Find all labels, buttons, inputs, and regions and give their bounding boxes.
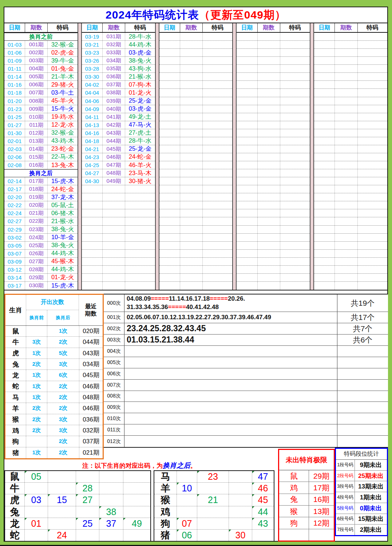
number-cell: 21: [197, 494, 229, 506]
empty-row: [314, 145, 387, 153]
empty-row: [314, 282, 387, 290]
draw-code: 10-羊-金: [47, 234, 77, 241]
number-cell: 25: [76, 518, 99, 529]
draw-period: [180, 209, 202, 217]
empty-number-cell: [99, 471, 123, 482]
empty-row: [159, 274, 233, 282]
frequency-row: 011次: [104, 424, 388, 436]
draw-date: [159, 81, 180, 88]
empty-row: [314, 105, 387, 113]
code-header: 特码: [47, 23, 77, 32]
missing-zodiac-periods: 17期: [309, 482, 334, 493]
zodiac-name: 兔: [5, 359, 26, 369]
draw-period: [334, 105, 357, 113]
draw-code: 19-鸡-水: [47, 113, 77, 121]
draw-code: 01-兔-金: [47, 65, 77, 72]
segment-label: 6段号码: [336, 514, 355, 525]
draw-date: [314, 145, 334, 153]
draw-period: 041期: [102, 113, 125, 121]
draw-date: [314, 274, 334, 281]
recent-period: 046期: [79, 403, 103, 414]
missing-zodiac-name: [279, 529, 309, 541]
draw-period: 032期: [102, 41, 125, 48]
draw-date: [314, 217, 334, 225]
draw-date: [314, 129, 334, 137]
page-title: 2024年特码统计表（更新至049期）: [4, 7, 387, 23]
draw-period: [257, 250, 280, 257]
empty-row: [237, 41, 310, 49]
empty-row: [314, 242, 387, 250]
frequency-label: 002次: [104, 323, 124, 334]
draw-date: [159, 258, 180, 265]
zodiac-col-header: 生肖: [5, 295, 26, 325]
draw-date: [159, 234, 180, 241]
number-cell: 06: [177, 530, 197, 541]
empty-row: [237, 73, 310, 81]
number-cell: 05: [24, 471, 48, 482]
date-header: 日期: [82, 23, 102, 32]
draw-code: 15-虎-木: [47, 177, 77, 185]
draw-date: [82, 266, 102, 273]
draw-period: [257, 73, 280, 80]
empty-row: [159, 258, 233, 266]
draw-date: 02-29: [4, 226, 25, 233]
draws-table: 日期期数特码换肖之前01-03001期32-猴-金01-06002期02-虎-金…: [4, 23, 387, 290]
frequency-row: 008次: [104, 391, 388, 402]
draw-date: [159, 185, 180, 193]
draw-date: [314, 209, 334, 217]
missing-zodiac-row: [279, 529, 334, 541]
frequency-row: 003次01.03.15.21.38.44共6个: [104, 335, 388, 346]
draw-code: [280, 81, 310, 88]
draw-period: [334, 177, 357, 185]
draw-date: 02-08: [4, 161, 25, 169]
draw-row: 03-23033期03-虎-金: [82, 49, 155, 57]
draw-period: [334, 129, 357, 137]
draw-row: 01-16006期29-猪-火: [4, 81, 78, 89]
draw-date: [237, 73, 257, 80]
draw-date: [314, 137, 334, 145]
empty-number-cell: [123, 471, 150, 482]
draw-code: [202, 121, 232, 129]
missing-zodiac-periods: 12期: [309, 517, 334, 529]
draw-row: 01-23009期15-牛-火: [4, 105, 78, 113]
empty-row: [237, 121, 310, 129]
draw-row: 04-13042期47-马-火: [82, 121, 155, 129]
draw-row: 02-03014期23-蛇-金: [4, 145, 78, 153]
empty-row: [314, 65, 387, 73]
zodiac-stats-row: 羊2次2次046期: [5, 403, 103, 414]
draw-period: [102, 193, 125, 201]
draw-period: 022期: [25, 217, 47, 225]
count-before: 3次: [26, 337, 47, 347]
zodiac-number-row: 鼠05: [5, 471, 150, 483]
draw-code: 01-龙-火: [47, 274, 77, 281]
count-header: 开出次数: [26, 295, 79, 310]
segment-value: 9期未出: [355, 460, 387, 470]
code-header: 特码: [357, 23, 387, 32]
draw-date: [159, 105, 180, 113]
draw-date: [314, 258, 334, 265]
draw-date: [314, 73, 334, 80]
draw-period: 043期: [102, 129, 125, 137]
number-cell: 01: [24, 518, 48, 529]
count-before: [26, 326, 47, 336]
draw-period: [257, 217, 280, 225]
number-cell: 49: [123, 518, 150, 529]
draw-period: 024期: [25, 234, 47, 241]
zodiac-name: 鼠: [5, 326, 26, 336]
draw-date: 03-05: [4, 242, 25, 249]
draw-row: 03-17030期15-虎-木: [4, 282, 78, 290]
count-before: 2次: [26, 425, 47, 436]
zodiac-label: 猴: [154, 494, 177, 506]
frequency-numbers-text: 02.05.06.07.10.12.13.19.22.27.29.30.37.3…: [127, 313, 271, 321]
draw-code: [125, 258, 155, 265]
draw-date: [237, 242, 257, 249]
count-subheaders: 换肖前换肖后: [26, 310, 79, 325]
draw-code: [280, 185, 310, 193]
draw-code: 23-马-木: [125, 169, 155, 177]
draw-code: 02-虎-金: [47, 49, 77, 56]
draw-date: 01-09: [4, 57, 25, 64]
zodiac-stats-row: 猪1次2次021期: [5, 447, 103, 458]
draw-code: [202, 209, 232, 217]
draw-period: 036期: [102, 73, 125, 80]
recent-period: 032期: [79, 425, 103, 436]
